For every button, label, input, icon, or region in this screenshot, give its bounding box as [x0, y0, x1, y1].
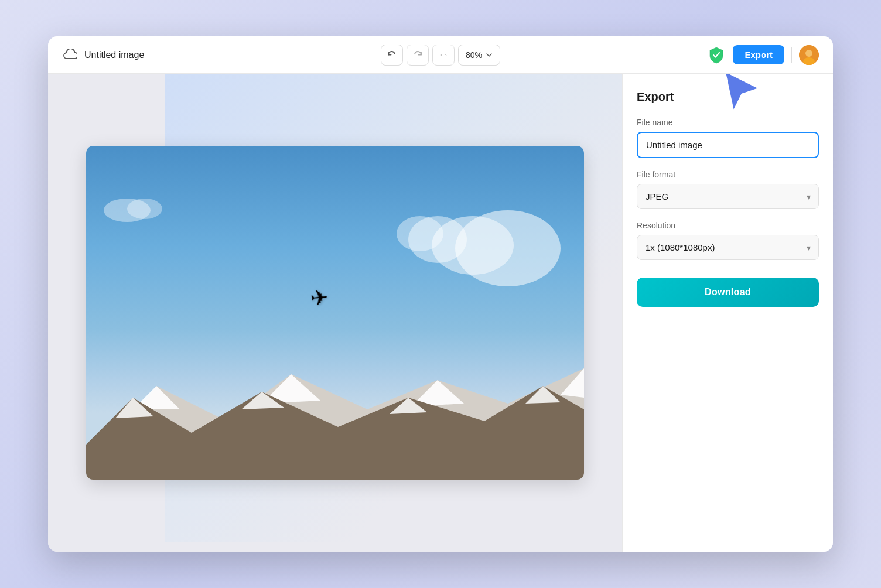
- resolution-select[interactable]: 1x (1080*1080px) 2x (2160*2160px) 3x (32…: [637, 235, 819, 260]
- image-scene: ✈: [86, 146, 584, 480]
- zoom-button[interactable]: 80%: [458, 45, 500, 66]
- download-button[interactable]: Download: [637, 278, 819, 307]
- avatar[interactable]: [799, 45, 819, 65]
- canvas-area: ✈: [48, 74, 622, 552]
- app-window: Untitled image: [48, 36, 833, 552]
- shield-icon: [707, 46, 726, 64]
- file-name-input[interactable]: [637, 132, 819, 158]
- doc-title: Untitled image: [84, 50, 144, 60]
- resolution-wrapper: 1x (1080*1080px) 2x (2160*2160px) 3x (32…: [637, 235, 819, 260]
- zoom-label: 80%: [466, 50, 482, 60]
- resolution-label: Resolution: [637, 221, 819, 230]
- top-bar: Untitled image: [48, 36, 833, 74]
- export-button[interactable]: Export: [733, 45, 784, 64]
- file-name-label: File name: [637, 118, 819, 127]
- undo-button[interactable]: [381, 45, 403, 66]
- cloud-group: [385, 181, 561, 286]
- cursor-arrow: [722, 74, 763, 117]
- file-format-wrapper: JPEG PNG WebP PDF ▾: [637, 184, 819, 209]
- redo-button[interactable]: [407, 45, 429, 66]
- svg-marker-0: [440, 54, 442, 56]
- mountain-svg: [86, 351, 584, 480]
- svg-point-2: [805, 50, 812, 57]
- svg-marker-14: [725, 74, 760, 112]
- cloud-left: [104, 193, 174, 222]
- file-format-select[interactable]: JPEG PNG WebP PDF: [637, 184, 819, 209]
- airplane: ✈: [309, 285, 329, 311]
- toolbar-right: Export: [707, 45, 819, 65]
- play-button[interactable]: [432, 45, 455, 66]
- toolbar-center: 80%: [381, 45, 500, 66]
- main-area: ✈: [48, 74, 833, 552]
- right-panel: Export File name File format JPEG PNG We…: [622, 74, 833, 552]
- cloud-icon: [62, 47, 78, 63]
- toolbar-divider: [791, 47, 792, 63]
- file-format-label: File format: [637, 170, 819, 179]
- canvas-frame: ✈: [86, 146, 584, 480]
